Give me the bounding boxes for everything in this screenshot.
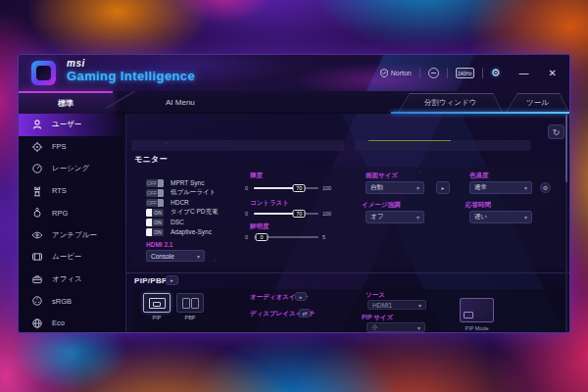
slider-handle[interactable]: 0 bbox=[256, 233, 269, 241]
sidebar-item-fps[interactable]: FPS bbox=[19, 136, 125, 159]
color-temp-gear-icon[interactable]: ⚙ bbox=[540, 182, 551, 193]
toggle-state: ON bbox=[152, 219, 164, 226]
dimming-mode-icon[interactable] bbox=[428, 68, 439, 78]
toggle-label: MPRT Sync bbox=[171, 179, 204, 186]
sidebar-item-srgb[interactable]: sRGB bbox=[19, 290, 125, 313]
tab-standard[interactable]: 標準 bbox=[19, 91, 113, 114]
crosshair-icon bbox=[31, 141, 43, 153]
play-icon[interactable]: ▸ bbox=[295, 292, 307, 301]
sidebar-item-movie[interactable]: ムービー bbox=[19, 246, 125, 269]
source-select[interactable]: HDMI1 ▾ bbox=[368, 300, 426, 310]
collapsed-row[interactable] bbox=[355, 140, 531, 151]
pip-preview-caption: PIP Mode bbox=[460, 325, 494, 331]
titlebar-controls: Norton 240Hz ⚙ — ✕ bbox=[380, 55, 560, 91]
slider-min: 0 bbox=[245, 234, 248, 240]
image-enhance-value: オフ bbox=[370, 213, 383, 221]
response-time-select[interactable]: 遅い ▾ bbox=[469, 211, 532, 223]
toggle-switch[interactable]: ON bbox=[146, 209, 164, 217]
tab-ai-menu[interactable]: AI Menu bbox=[166, 91, 195, 114]
toggle-row[interactable]: ON Adaptive-Sync bbox=[146, 227, 212, 236]
sidebar-item-antiblue[interactable]: アンチブルー bbox=[19, 224, 125, 247]
swap-icon[interactable]: ⇄ bbox=[299, 309, 311, 318]
sidebar-item-office[interactable]: オフィス bbox=[19, 269, 125, 291]
pbp-mode-tile[interactable] bbox=[176, 293, 204, 313]
slider-handle[interactable]: 70 bbox=[293, 210, 306, 218]
sidebar-item-racing[interactable]: レーシング bbox=[19, 158, 125, 180]
screen-size-select[interactable]: 自動 ▾ bbox=[366, 181, 424, 194]
norton-label: Norton bbox=[391, 70, 412, 76]
play-icon[interactable]: ▸ bbox=[166, 275, 178, 285]
toggle-label: 低ブルーライト bbox=[171, 188, 216, 197]
contrast-label: コントラスト bbox=[250, 199, 289, 208]
toggle-switch[interactable]: OFF bbox=[146, 189, 164, 197]
color-temp-select[interactable]: 通常 ▾ bbox=[469, 181, 532, 194]
chevron-down-icon: ▾ bbox=[416, 184, 419, 191]
console-select[interactable]: Console ▾ bbox=[146, 250, 205, 262]
sidebar-item-label: FPS bbox=[52, 142, 67, 151]
pip-mode-tile[interactable] bbox=[143, 293, 171, 313]
toggle-row[interactable]: OFF MPRT Sync bbox=[146, 178, 204, 187]
pip-icon bbox=[149, 298, 166, 309]
toggle-label: タイプC PD充電 bbox=[171, 208, 219, 217]
toggle-switch[interactable]: ON bbox=[146, 219, 164, 226]
scrollbar-thumb[interactable] bbox=[565, 114, 567, 182]
toggle-row[interactable]: ON DSC bbox=[146, 218, 184, 226]
toggle-row[interactable]: OFF HDCR bbox=[146, 198, 189, 207]
toggle-label: HDCR bbox=[171, 199, 189, 206]
tools-button[interactable]: ツール bbox=[506, 93, 569, 113]
split-window-label: 分割ウィンドウ bbox=[399, 94, 502, 112]
globe-icon bbox=[31, 318, 43, 329]
toggle-switch[interactable]: OFF bbox=[146, 199, 164, 207]
split-window-button[interactable]: 分割ウィンドウ bbox=[398, 93, 503, 113]
toggle-switch[interactable]: ON bbox=[146, 228, 164, 236]
image-enhance-select[interactable]: オフ ▾ bbox=[366, 211, 424, 223]
chevron-down-icon: ▾ bbox=[524, 214, 527, 220]
toggle-row[interactable]: OFF 低ブルーライト bbox=[146, 188, 216, 197]
norton-button[interactable]: Norton bbox=[380, 69, 412, 77]
sidebar-item-eco[interactable]: Eco bbox=[19, 313, 125, 334]
sidebar-item-label: sRGB bbox=[52, 297, 72, 306]
sidebar: ユーザー FPS レーシング RTS RPG アンチブルー bbox=[19, 114, 126, 332]
collapsed-row[interactable] bbox=[131, 140, 344, 151]
pip-size-value: 小 bbox=[371, 323, 378, 332]
brightness-label: 輝度 bbox=[250, 172, 263, 180]
color-temp-value: 通常 bbox=[474, 183, 487, 192]
chevron-down-icon: ▾ bbox=[416, 214, 419, 220]
scrollbar[interactable] bbox=[565, 114, 567, 332]
pip-preview-inset bbox=[464, 312, 473, 318]
pbp-icon bbox=[182, 298, 199, 309]
slider-max: 100 bbox=[322, 185, 331, 191]
sidebar-item-label: アンチブルー bbox=[52, 230, 97, 240]
play-icon[interactable]: ▸ bbox=[436, 181, 450, 194]
sidebar-item-rpg[interactable]: RPG bbox=[19, 202, 125, 224]
rook-icon bbox=[31, 185, 43, 197]
norton-shield-icon bbox=[380, 69, 388, 77]
toggle-label: Adaptive-Sync bbox=[171, 228, 212, 235]
toggle-switch[interactable]: OFF bbox=[146, 179, 164, 187]
slider-max: 100 bbox=[322, 211, 331, 217]
contrast-slider[interactable]: 70 bbox=[254, 213, 318, 215]
sidebar-item-rts[interactable]: RTS bbox=[19, 180, 125, 203]
chevron-down-icon: ▾ bbox=[417, 324, 420, 331]
minimize-button[interactable]: — bbox=[516, 67, 532, 80]
screen-size-value: 自動 bbox=[370, 183, 383, 192]
monitor-section-title: モニター bbox=[134, 154, 168, 165]
toggle-row[interactable]: ON タイプC PD充電 bbox=[146, 208, 219, 217]
color-temp-label: 色温度 bbox=[469, 172, 489, 180]
sharpness-slider[interactable]: 0 bbox=[254, 236, 318, 238]
pip-size-select[interactable]: 小 ▾ bbox=[367, 322, 425, 332]
chevron-down-icon: ▾ bbox=[418, 302, 421, 309]
divider bbox=[447, 68, 448, 78]
main-content: ↻ モニター OFF MPRT Sync OFF 低ブルーライト OFF HDC… bbox=[126, 114, 569, 332]
close-button[interactable]: ✕ bbox=[546, 67, 560, 80]
reset-icon[interactable]: ↻ bbox=[548, 124, 564, 139]
settings-gear-icon[interactable]: ⚙ bbox=[491, 68, 501, 78]
sidebar-item-label: Eco bbox=[52, 318, 65, 327]
palette-icon bbox=[31, 295, 43, 307]
sidebar-item-label: RTS bbox=[52, 186, 67, 195]
refresh-rate-badge[interactable]: 240Hz bbox=[456, 68, 474, 78]
chevron-down-icon: ▾ bbox=[197, 253, 200, 260]
slider-handle[interactable]: 70 bbox=[293, 184, 306, 192]
sidebar-item-user[interactable]: ユーザー bbox=[19, 114, 125, 136]
brightness-slider[interactable]: 70 bbox=[254, 187, 318, 189]
